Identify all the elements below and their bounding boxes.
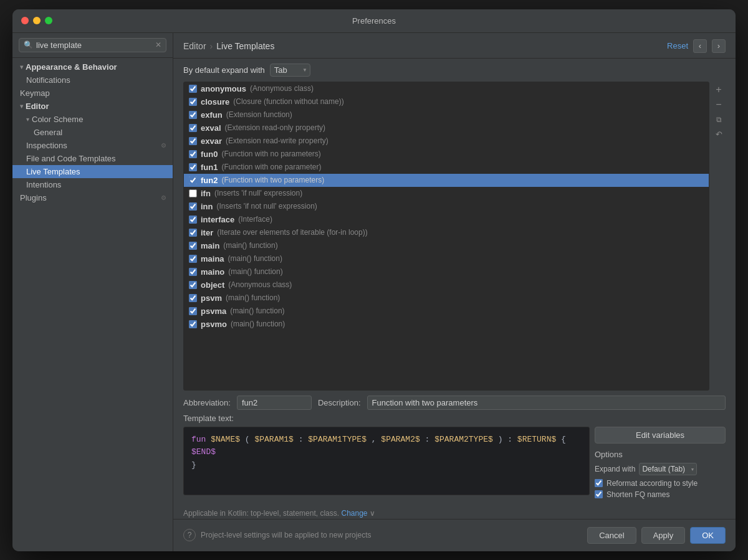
abbreviation-input[interactable] [237,396,312,410]
reset-button[interactable]: Reset [667,41,688,50]
template-checkbox[interactable] [189,85,197,93]
sidebar-item-inspections[interactable]: Inspections ⚙ [12,139,173,152]
template-row[interactable]: ifn(Inserts 'if null' expression) [184,187,709,200]
template-checkbox[interactable] [189,216,197,224]
options-expand-with-row: Expand with Default (Tab) Tab Enter Spac… [595,463,726,475]
help-icon[interactable]: ? [183,529,196,541]
options-expand-with-select[interactable]: Default (Tab) Tab Enter Space [639,463,697,475]
template-row[interactable]: fun2(Function with two parameters) [184,174,709,187]
search-input[interactable] [36,40,152,50]
cancel-button[interactable]: Cancel [587,527,636,544]
template-checkbox[interactable] [189,281,197,289]
template-checkbox[interactable] [189,176,197,184]
template-row[interactable]: main(main() function) [184,239,709,252]
template-abbr: exfun [201,110,223,120]
close-button[interactable] [21,17,29,24]
shorten-fq-checkbox[interactable] [595,490,603,498]
template-checkbox[interactable] [189,137,197,145]
remove-template-button[interactable]: − [712,98,726,112]
template-row[interactable]: psvm(main() function) [184,292,709,305]
template-checkbox[interactable] [189,229,197,237]
template-abbr: iter [201,228,213,237]
template-editor[interactable]: fun $NAME$ ( $PARAM1$ : $PARAM1TYPE$ , $… [183,427,590,495]
description-label: Description: [318,398,361,407]
breadcrumb-parent: Editor [183,41,206,51]
add-template-button[interactable]: + [712,83,726,97]
sidebar-item-plugins[interactable]: Plugins ⚙ [12,191,173,204]
template-checkbox[interactable] [189,255,197,263]
sidebar-item-label: General [34,128,62,137]
clear-search-icon[interactable]: ✕ [155,40,161,49]
template-row[interactable]: iter(Iterate over elements of iterable (… [184,226,709,239]
template-checkbox[interactable] [189,268,197,276]
template-text-area-wrap: fun $NAME$ ( $PARAM1$ : $PARAM1TYPE$ , $… [183,427,726,501]
template-abbr: fun0 [201,149,218,159]
reformat-checkbox[interactable] [595,479,603,487]
template-checkbox[interactable] [189,307,197,315]
minimize-button[interactable] [33,17,41,24]
sidebar: 🔍 ✕ ▾ Appearance & Behavior Notification… [12,33,173,551]
reset-template-button[interactable]: ↶ [712,128,726,141]
template-checkbox[interactable] [189,242,197,250]
template-checkbox[interactable] [189,98,197,106]
sidebar-item-live-templates[interactable]: Live Templates [12,165,173,178]
nav-back-button[interactable]: ‹ [693,39,707,53]
template-list: anonymous(Anonymous class)closure(Closur… [183,82,709,391]
sidebar-item-appearance-behavior[interactable]: ▾ Appearance & Behavior [12,60,173,74]
template-row[interactable]: fun0(Function with no parameters) [184,148,709,161]
code-line-3: } [191,459,582,472]
template-row[interactable]: maino(main() function) [184,265,709,278]
right-panel: Edit variables Options Expand with Defau… [595,427,726,501]
options-expand-with-select-wrap: Default (Tab) Tab Enter Space [639,463,697,475]
template-row[interactable]: fun1(Function with one parameter) [184,161,709,174]
template-row[interactable]: inn(Inserts 'if not null' expression) [184,200,709,213]
chevron-icon: ▾ [26,116,29,123]
sidebar-item-intentions[interactable]: Intentions [12,178,173,191]
sidebar-item-general[interactable]: General [12,126,173,139]
sidebar-item-keymap[interactable]: Keymap [12,87,173,100]
chevron-icon: ▾ [20,64,23,70]
maximize-button[interactable] [45,17,52,24]
sidebar-item-label: Inspections [26,141,67,150]
template-row[interactable]: psvma(main() function) [184,305,709,318]
template-checkbox[interactable] [189,124,197,132]
template-checkbox[interactable] [189,202,197,211]
template-abbr: closure [201,97,229,107]
sidebar-item-label: Keymap [20,88,50,98]
sidebar-item-notifications[interactable]: Notifications [12,74,173,87]
template-row[interactable]: exvar(Extension read-write property) [184,135,709,148]
template-abbr: maina [201,254,224,263]
template-row[interactable]: object(Anonymous class) [184,278,709,292]
sidebar-item-editor[interactable]: ▾ Editor [12,100,173,113]
template-row[interactable]: exval(Extension read-only property) [184,121,709,135]
main-content: Editor › Live Templates Reset ‹ › By def… [173,33,736,551]
template-checkbox[interactable] [189,320,197,328]
expand-with-select[interactable]: Tab Enter Space [270,64,310,77]
template-desc: (Extension read-only property) [225,123,325,132]
sidebar-item-file-code-templates[interactable]: File and Code Templates [12,152,173,165]
ok-button[interactable]: OK [690,527,726,544]
template-checkbox[interactable] [189,111,197,119]
copy-template-button[interactable]: ⧉ [712,113,726,126]
template-row[interactable]: interface(Interface) [184,213,709,226]
title-bar: Preferences [12,9,736,33]
template-row[interactable]: maina(main() function) [184,252,709,265]
template-checkbox[interactable] [189,294,197,302]
template-checkbox[interactable] [189,163,197,171]
nav-forward-button[interactable]: › [712,39,726,53]
template-checkbox[interactable] [189,189,197,197]
change-link[interactable]: Change [341,509,367,518]
edit-variables-button[interactable]: Edit variables [595,427,726,444]
preferences-dialog: Preferences 🔍 ✕ ▾ Appearance & Behavior … [12,9,736,551]
template-row[interactable]: psvmo(main() function) [184,318,709,331]
template-row[interactable]: exfun(Extension function) [184,108,709,121]
apply-button[interactable]: Apply [641,527,686,544]
description-input[interactable] [367,396,726,410]
template-row[interactable]: closure(Closure (function without name)) [184,95,709,108]
template-abbr: exval [201,123,221,133]
template-desc: (Extension function) [226,110,292,119]
template-row[interactable]: anonymous(Anonymous class) [184,82,709,95]
sidebar-item-color-scheme[interactable]: ▾ Color Scheme [12,113,173,126]
sidebar-item-label: Plugins [20,193,47,202]
template-checkbox[interactable] [189,150,197,158]
